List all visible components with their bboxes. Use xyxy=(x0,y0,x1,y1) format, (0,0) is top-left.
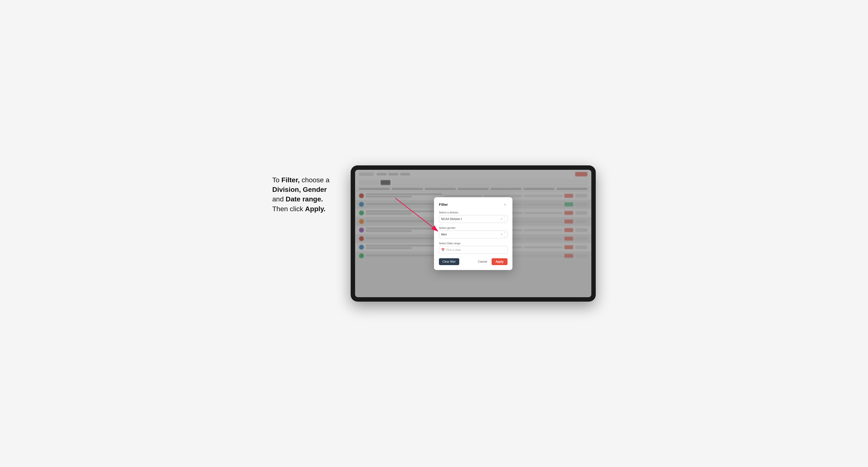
instruction-panel: To Filter, choose a Division, Gender and… xyxy=(272,165,341,214)
footer-right-actions: Cancel Apply xyxy=(475,258,507,265)
division-arrow-icon: ⌃⌄ xyxy=(503,216,505,222)
gender-selected-value: Men xyxy=(441,233,501,236)
division-form-group: Select a division NCAA Division I × ⌃⌄ xyxy=(439,211,507,223)
gender-clear-icon[interactable]: × xyxy=(501,233,502,236)
date-form-group: Select Date range 📅 Pick a date xyxy=(439,242,507,254)
modal-header: Filter × xyxy=(439,202,507,207)
clear-filter-button[interactable]: Clear filter xyxy=(439,258,459,265)
modal-footer: Clear filter Cancel Apply xyxy=(439,258,507,265)
gender-select[interactable]: Men × ⌃⌄ xyxy=(439,230,507,239)
gender-label: Select gender xyxy=(439,226,507,229)
modal-close-button[interactable]: × xyxy=(503,202,507,207)
page-wrapper: To Filter, choose a Division, Gender and… xyxy=(262,156,606,311)
division-label: Select a division xyxy=(439,211,507,214)
date-bold: Date range. xyxy=(286,195,323,203)
tablet-device: Filter × Select a division NCAA Division… xyxy=(351,165,596,302)
apply-button[interactable]: Apply xyxy=(492,258,507,265)
date-picker[interactable]: 📅 Pick a date xyxy=(439,246,507,254)
gender-arrow-icon: ⌃⌄ xyxy=(503,232,505,237)
modal-overlay: Filter × Select a division NCAA Division… xyxy=(355,170,591,297)
division-select[interactable]: NCAA Division I × ⌃⌄ xyxy=(439,215,507,223)
cancel-button[interactable]: Cancel xyxy=(475,258,489,265)
gender-form-group: Select gender Men × ⌃⌄ xyxy=(439,226,507,239)
tablet-screen: Filter × Select a division NCAA Division… xyxy=(355,170,591,297)
division-selected-value: NCAA Division I xyxy=(441,217,501,221)
date-label: Select Date range xyxy=(439,242,507,245)
modal-title: Filter xyxy=(439,203,448,207)
filter-bold: Filter, xyxy=(281,176,300,184)
calendar-icon: 📅 xyxy=(441,248,445,252)
division-clear-icon[interactable]: × xyxy=(501,217,502,221)
filter-modal: Filter × Select a division NCAA Division… xyxy=(434,197,513,270)
division-bold: Division, Gender xyxy=(272,186,327,193)
date-placeholder: Pick a date xyxy=(446,248,461,252)
apply-bold: Apply. xyxy=(305,205,326,213)
